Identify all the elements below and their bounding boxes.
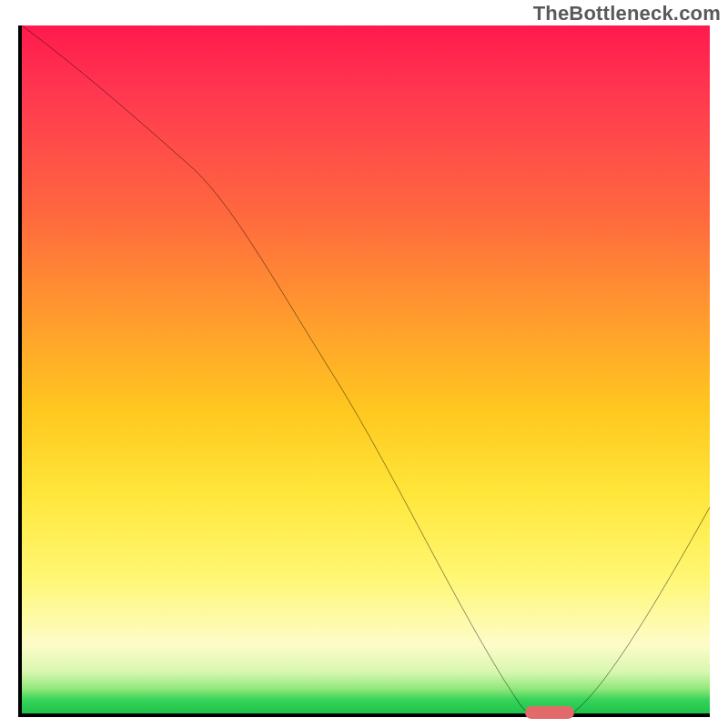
plot-area — [18, 25, 710, 717]
optimal-marker — [525, 706, 574, 719]
watermark-text: TheBottleneck.com — [533, 2, 721, 25]
bottleneck-curve — [22, 25, 710, 713]
